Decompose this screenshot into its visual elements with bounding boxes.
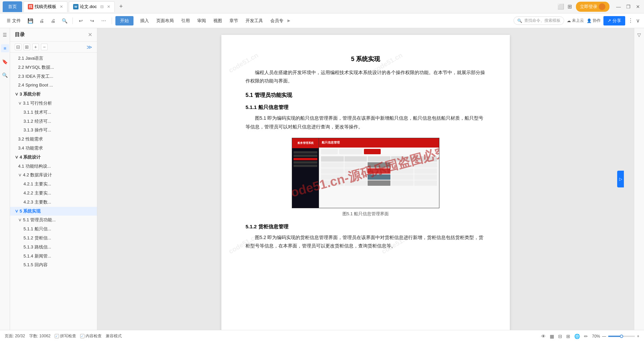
toc-item-19[interactable]: 5.1.1 船只信... — [10, 225, 97, 234]
zoom-slider[interactable] — [608, 336, 635, 337]
toc-item-17[interactable]: ∨ 5 系统实现 — [10, 207, 97, 216]
print-icon-btn[interactable]: 🖨 — [37, 16, 46, 25]
view-layout3-icon[interactable]: ⊞ — [566, 334, 570, 339]
content-check-toggle[interactable]: ✓ 内容检查 — [80, 333, 102, 339]
toc-remove-section[interactable]: − — [41, 44, 48, 50]
view-layout2-icon[interactable]: ⊟ — [558, 334, 562, 339]
toc-item-4[interactable]: ∨ 3 系统分析 — [10, 90, 97, 99]
toc-collapse-all[interactable]: ⊟ — [15, 44, 21, 50]
tab-doc-close[interactable]: ✕ — [107, 4, 110, 9]
layout-grid-icon[interactable]: ⊞ — [566, 3, 573, 10]
login-button[interactable]: 立即登录 — [576, 2, 609, 12]
toc-item-21[interactable]: 5.1.3 路线信... — [10, 243, 97, 252]
menu-chapter[interactable]: 章节 — [226, 16, 241, 25]
sidebar-bookmark-icon[interactable]: 🔖 — [1, 58, 9, 66]
print2-icon-btn[interactable]: 🖨 — [48, 16, 58, 25]
expand-button[interactable]: ∨ — [636, 17, 640, 24]
content-check-checkbox[interactable]: ✓ — [80, 334, 85, 338]
user-avatar — [599, 3, 605, 10]
toc-item-13[interactable]: ∨ 4.2 数据库设计 — [10, 171, 97, 180]
zoom-minus-icon[interactable]: — — [602, 334, 606, 339]
collab-icon: 👤 — [587, 18, 592, 23]
tab-template-close[interactable]: ✕ — [60, 4, 63, 9]
tab-add-button[interactable]: + — [117, 3, 125, 10]
cloud-button[interactable]: ☁ 未上云 — [567, 18, 584, 23]
toc-item-22[interactable]: 5.1.4 新闻管... — [10, 252, 97, 261]
menu-devtools[interactable]: 开发工具 — [242, 16, 266, 25]
window-maximize[interactable]: ❐ — [625, 3, 632, 10]
toc-item-20[interactable]: 5.1.2 货柜信... — [10, 234, 97, 243]
sidebar-search-icon[interactable]: 🔍 — [1, 71, 9, 79]
toc-item-11[interactable]: ∨ 4 系统设计 — [10, 153, 97, 162]
compat-mode-label: 兼容模式 — [106, 333, 122, 339]
toc-item-12[interactable]: 4.1 功能结构设... — [10, 162, 97, 171]
right-float-button[interactable]: ▷ — [617, 171, 624, 187]
tab-doc-minimize[interactable]: ⊟ — [100, 4, 104, 9]
zoom-icon-btn[interactable]: 🔍 — [60, 16, 69, 25]
more-button[interactable]: ⋮ — [628, 17, 633, 24]
more-tools-btn[interactable]: ⋯ — [99, 16, 108, 25]
toolbar-right: 🔍 查找命令、搜索模板 ☁ 未上云 👤 协作 ↗ 分享 ⋮ ∨ — [514, 16, 640, 25]
spellcheck-checkbox[interactable]: ✓ — [55, 334, 59, 338]
toc-item-14[interactable]: 4.2.1 主要实... — [10, 180, 97, 189]
toc-item-1[interactable]: 2.2 MYSQL 数据... — [10, 63, 97, 72]
right-filter-icon[interactable]: ▽ — [635, 31, 643, 39]
toc-close-button[interactable]: ✕ — [88, 32, 92, 38]
menu-ref[interactable]: 引用 — [178, 16, 193, 25]
save-icon-btn[interactable]: 💾 — [25, 16, 35, 25]
sidebar-toc-icon[interactable]: ≡ — [1, 44, 9, 52]
view-globe-icon[interactable]: 🌐 — [574, 334, 580, 339]
window-minimize[interactable]: — — [615, 3, 622, 10]
toc-item-9[interactable]: 3.2 性能需求 — [10, 135, 97, 144]
share-button[interactable]: ↗ 分享 — [603, 16, 625, 25]
toc-item-15[interactable]: 4.2.2 主要实... — [10, 189, 97, 198]
view-eye-icon[interactable]: 👁 — [541, 334, 546, 339]
view-edit-icon[interactable]: ✏ — [584, 334, 588, 339]
zoom-plus-icon[interactable]: + — [637, 334, 639, 339]
toc-expand-top[interactable]: ⊞ — [23, 44, 30, 50]
spellcheck-toggle[interactable]: ✓ 拼写检查 — [55, 333, 76, 339]
doc-area[interactable]: code51.cn code51.cn code51.cn code51.cn … — [97, 28, 634, 330]
hamburger-icon: ☰ — [7, 18, 11, 23]
toc-item-23[interactable]: 5.1.5 回内容 — [10, 261, 97, 270]
tab-doc[interactable]: W 论文.doc ⊟ ✕ — [69, 1, 115, 12]
toc-item-10[interactable]: 3.4 功能需求 — [10, 144, 97, 153]
sidebar-nav-icon[interactable]: ☰ — [1, 31, 9, 39]
hamburger-menu[interactable]: ☰ 文件 — [4, 16, 23, 25]
undo-icon-btn[interactable]: ↩ — [76, 16, 86, 25]
menu-review[interactable]: 审阅 — [194, 16, 209, 25]
right-panel: ▽ — [634, 28, 644, 330]
spellcheck-label: 拼写检查 — [60, 333, 76, 339]
view-layout1-icon[interactable]: ▦ — [550, 334, 554, 339]
share-label: 分享 — [612, 18, 621, 24]
toc-item-7[interactable]: 3.1.2 经济可... — [10, 117, 97, 126]
menu-view[interactable]: 视图 — [210, 16, 225, 25]
start-button[interactable]: 开始 — [115, 16, 133, 25]
toc-item-0[interactable]: 2.1 Java语言 — [10, 54, 97, 63]
mock-table-row-3 — [321, 174, 437, 180]
toc-item-8[interactable]: 3.1.3 操作可... — [10, 126, 97, 135]
toc-item-3[interactable]: 2.4 Spring Boot ... — [10, 81, 97, 90]
toc-item-5[interactable]: ∨ 3.1 可行性分析 — [10, 99, 97, 108]
zoom-slider-fill — [608, 336, 622, 337]
mock-table-row-2 — [321, 168, 437, 174]
toc-item-2[interactable]: 2.3 IDEA 开发工... — [10, 72, 97, 81]
search-box[interactable]: 🔍 查找命令、搜索模板 — [514, 16, 564, 25]
figure-5-1-image: 船务管理系统 船只信息管理 — [292, 138, 439, 208]
toc-navigate-icon[interactable]: ≫ — [87, 44, 92, 50]
toc-item-18[interactable]: ∨ 5.1 管理员功能... — [10, 216, 97, 225]
sep1 — [72, 17, 73, 24]
toc-add-section[interactable]: + — [32, 44, 39, 50]
collab-button[interactable]: 👤 协作 — [587, 18, 601, 23]
window-close[interactable]: ✕ — [635, 3, 641, 10]
menu-layout[interactable]: 页面布局 — [153, 16, 177, 25]
toc-item-6[interactable]: 3.1.1 技术可... — [10, 108, 97, 117]
layout-single-icon[interactable]: ⬜ — [556, 3, 566, 10]
menu-insert[interactable]: 插入 — [137, 16, 152, 25]
tab-template[interactable]: 找 找稿壳模板 ✕ — [23, 1, 67, 12]
tab-home[interactable]: 首页 — [3, 1, 22, 12]
menu-member[interactable]: 会员专 — [267, 16, 287, 25]
doc-icon: W — [73, 4, 78, 9]
redo-icon-btn[interactable]: ↪ — [88, 16, 97, 25]
toc-item-16[interactable]: 4.2.3 主要数... — [10, 198, 97, 207]
